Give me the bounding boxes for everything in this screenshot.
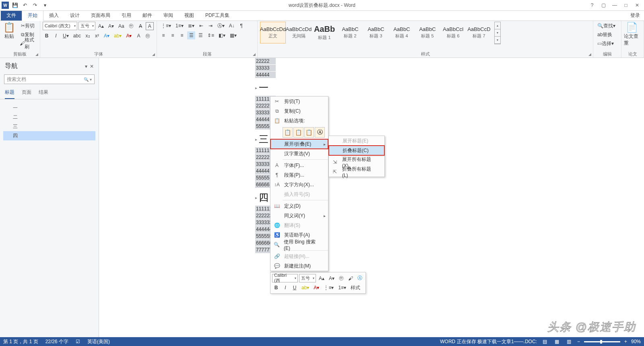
status-page[interactable]: 第 1 页，共 1 页 — [3, 338, 38, 345]
mini-underline[interactable]: U — [291, 284, 299, 292]
mini-font-color[interactable]: A▾ — [312, 284, 321, 292]
ctx-new-comment[interactable]: 💬新建批注(M) — [270, 261, 328, 271]
font-size-combo[interactable]: 五号 — [78, 22, 95, 30]
doc-text-line[interactable]: 22222 — [255, 58, 276, 64]
nav-tab-pages[interactable]: 页面 — [22, 89, 31, 99]
mini-highlight[interactable]: ab▾ — [300, 284, 311, 292]
minimize-button[interactable]: — — [609, 1, 620, 9]
ctx-cut[interactable]: ✂剪切(T) — [270, 97, 328, 106]
select-button[interactable]: ▭ 选择▾ — [596, 39, 615, 47]
ctx-expand-collapse[interactable]: 展开/折叠(E)▸ — [270, 139, 328, 149]
help-button[interactable]: ? — [587, 1, 597, 9]
login-link[interactable]: 登录 — [626, 10, 644, 21]
ctx-hanzi[interactable]: 汉字重选(V) — [270, 149, 328, 159]
show-marks[interactable]: ¶ — [237, 22, 246, 30]
font-launcher[interactable]: ◢ — [151, 52, 156, 57]
char-border[interactable]: A — [146, 22, 154, 30]
bullets-button[interactable]: ⋮≡▾ — [159, 22, 173, 30]
zoom-out[interactable]: − — [577, 339, 580, 344]
doc-text-line[interactable]: 33333 — [255, 65, 276, 71]
italic-button[interactable]: I — [52, 32, 60, 40]
nav-search-input[interactable]: 搜索文档 — [4, 74, 95, 84]
style-item[interactable]: AaBbC标题 3 — [363, 22, 389, 43]
strike-button[interactable]: abc — [72, 32, 83, 40]
status-words[interactable]: 22/26 个字 — [45, 338, 68, 345]
paste-button[interactable]: 📋粘贴 — [2, 22, 17, 40]
qat-save[interactable]: 💾 — [11, 1, 19, 9]
char-shading[interactable]: A — [134, 32, 142, 40]
phonetic-guide[interactable]: ㊥ — [127, 22, 135, 30]
borders-button[interactable]: ▦▾ — [228, 31, 238, 39]
status-language[interactable]: 英语(美国) — [87, 338, 110, 345]
ctx-synonym[interactable]: 同义词(Y)▸ — [270, 211, 328, 220]
increase-indent[interactable]: ⇥ — [206, 22, 215, 30]
enclose-char[interactable]: ㊞ — [144, 32, 152, 40]
qat-redo[interactable]: ↷ — [31, 1, 39, 9]
tab-insert[interactable]: 插入 — [43, 10, 64, 21]
subscript-button[interactable]: x₂ — [84, 32, 92, 40]
font-name-combo[interactable]: Calibri (西文) — [43, 22, 77, 30]
align-center[interactable]: ≡ — [169, 31, 177, 39]
find-button[interactable]: 🔍 查找▾ — [596, 22, 617, 30]
mini-italic[interactable]: I — [281, 284, 289, 292]
sub-collapse-heading[interactable]: 折叠标题(C) — [329, 146, 384, 155]
style-item[interactable]: AaBbCcI标题 6 — [440, 22, 466, 43]
line-spacing[interactable]: ⇕≡ — [206, 31, 216, 39]
paper-check-button[interactable]: 📄论文查重 — [624, 22, 640, 47]
ribbon-options-button[interactable]: ▢ — [598, 1, 609, 9]
mini-shrink[interactable]: A▾ — [327, 274, 336, 282]
ctx-define[interactable]: 📖定义(D) — [270, 201, 328, 211]
ctx-paragraph[interactable]: ¶段落(P)... — [270, 170, 328, 180]
style-item[interactable]: AaBb标题 1 — [312, 22, 337, 43]
nav-node[interactable]: 一 — [3, 103, 95, 113]
mini-bold[interactable]: B — [272, 284, 280, 292]
view-web[interactable]: ▥ — [565, 338, 573, 345]
font-color-button[interactable]: A▾ — [124, 32, 133, 40]
grow-font[interactable]: A▴ — [97, 22, 105, 30]
clipboard-launcher[interactable]: ◢ — [34, 52, 39, 57]
mini-phonetic[interactable]: ㊥ — [337, 274, 345, 282]
mini-styles-button[interactable]: 样式 — [349, 284, 362, 292]
tab-design[interactable]: 设计 — [64, 10, 85, 21]
multilevel-button[interactable]: ≣▾ — [186, 22, 196, 30]
para-launcher[interactable]: ◢ — [252, 52, 256, 57]
style-item[interactable]: AaBbC标题 5 — [415, 22, 440, 43]
change-case[interactable]: Aa — [117, 22, 126, 30]
align-left[interactable]: ≡ — [159, 31, 167, 39]
shrink-font[interactable]: A▾ — [107, 22, 116, 30]
styles-gallery-spinner[interactable]: ▴▾▾ — [494, 22, 501, 44]
styles-launcher[interactable]: ◢ — [587, 52, 592, 57]
nav-node[interactable]: 四 — [3, 131, 95, 140]
style-item[interactable]: AaBbCcD标题 7 — [466, 22, 492, 43]
mini-numbering[interactable]: 1≡▾ — [336, 284, 348, 292]
decrease-indent[interactable]: ⇤ — [197, 22, 205, 30]
style-item[interactable]: AaBbC标题 4 — [389, 22, 415, 43]
underline-button[interactable]: U▾ — [61, 32, 70, 40]
qat-customize[interactable]: ▾ — [41, 1, 49, 9]
mini-grow[interactable]: A▴ — [317, 274, 326, 282]
doc-text-line[interactable]: 44444 — [255, 72, 276, 78]
shading-button[interactable]: ◧▾ — [217, 31, 227, 39]
nav-close[interactable]: ✕ — [90, 64, 94, 69]
tab-view[interactable]: 视图 — [179, 10, 200, 21]
highlight-button[interactable]: ab▾ — [112, 32, 123, 40]
sub-collapse-all[interactable]: ⇱折叠所有标题(L) — [329, 167, 384, 177]
zoom-in[interactable]: + — [624, 339, 627, 344]
style-item[interactable]: AaBbCcDd无间隔 — [286, 22, 312, 43]
tab-home[interactable]: 开始 — [22, 10, 43, 21]
zoom-level[interactable]: 90% — [631, 339, 641, 344]
view-print[interactable]: ▦ — [553, 338, 561, 345]
ctx-text-direction[interactable]: ↕A文字方向(X)... — [270, 180, 328, 189]
superscript-button[interactable]: x² — [93, 32, 101, 40]
mini-styles-icon[interactable]: Ⓐ — [356, 274, 364, 282]
ctx-font[interactable]: A字体(F)... — [270, 161, 328, 170]
tab-review[interactable]: 审阅 — [158, 10, 179, 21]
tab-references[interactable]: 引用 — [116, 10, 137, 21]
status-proof-icon[interactable]: ☑ — [76, 339, 80, 344]
nav-tab-headings[interactable]: 标题 — [5, 89, 14, 99]
align-justify[interactable]: ☰ — [187, 31, 195, 39]
mini-bullets[interactable]: ⋮≡▾ — [322, 284, 335, 292]
styles-gallery[interactable]: AaBbCcDd正文AaBbCcDd无间隔AaBb标题 1AaBbC标题 2Aa… — [260, 22, 492, 43]
bold-button[interactable]: B — [43, 32, 51, 40]
tab-file[interactable]: 文件 — [1, 10, 22, 21]
